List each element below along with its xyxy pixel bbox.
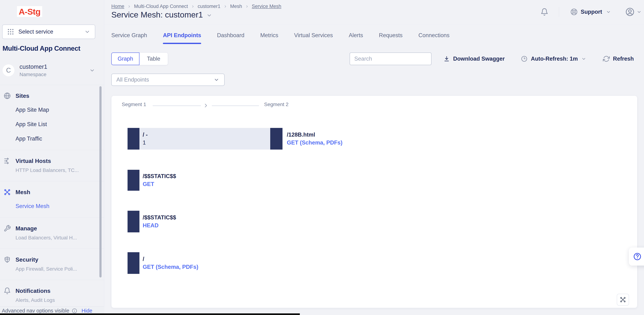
endpoint-node[interactable] — [128, 252, 140, 274]
clock-icon — [521, 56, 528, 62]
sidebar-item-security[interactable]: Security — [0, 254, 104, 263]
sidebar-item-app-site-list[interactable]: App Site List — [16, 121, 104, 128]
support-menu[interactable]: Support — [570, 8, 611, 16]
graph-view-button[interactable]: Graph — [111, 52, 140, 65]
endpoint-method-link[interactable]: GET (Schema, PDFs) — [143, 264, 198, 270]
sidebar-item-mesh[interactable]: Mesh — [0, 187, 104, 196]
endpoint-row: / - 1 /128B.html GET (Schema, PDFs) — [112, 128, 638, 150]
target-node[interactable] — [270, 128, 282, 150]
graph-layout-button[interactable] — [617, 294, 629, 306]
tab-metrics[interactable]: Metrics — [260, 32, 278, 44]
auto-refresh-dropdown[interactable]: Auto-Refresh: 1m — [521, 52, 586, 65]
sidebar-item-sites[interactable]: Sites — [0, 91, 104, 100]
sidebar-nav: Sites App Site Map App Site List App Tra… — [0, 85, 104, 311]
tab-dashboard[interactable]: Dashboard — [217, 32, 244, 44]
sidebar-section-label: Notifications — [16, 288, 50, 294]
user-avatar-icon — [625, 7, 634, 16]
search-box — [350, 52, 432, 65]
sidebar-section-label: Manage — [16, 225, 37, 232]
chevron-down-icon — [206, 12, 212, 18]
segment-2-label: Segment 2 — [264, 102, 288, 107]
sidebar-section-label: Virtual Hosts — [16, 158, 51, 164]
refresh-icon — [603, 56, 610, 62]
breadcrumb-multi-cloud-app-connect[interactable]: Multi-Cloud App Connect — [134, 4, 188, 9]
breadcrumb: Home Multi-Cloud App Connect customer1 M… — [111, 4, 281, 9]
select-service-label: Select service — [18, 28, 53, 35]
endpoint-label: /128B.html GET (Schema, PDFs) — [287, 128, 342, 150]
breadcrumb-customer1[interactable]: customer1 — [198, 4, 220, 9]
flow-label: / - 1 — [143, 128, 148, 150]
tab-alerts[interactable]: Alerts — [349, 32, 363, 44]
page-title: Service Mesh: customer1 — [111, 10, 203, 20]
sidebar-scrollbar[interactable] — [100, 86, 102, 278]
chevron-right-icon — [202, 102, 209, 109]
wrench-icon — [4, 225, 11, 232]
tab-api-endpoints[interactable]: API Endpoints — [163, 32, 201, 44]
load-balancer-icon — [4, 157, 11, 164]
toolbar: Graph Table Download Swagger Auto-Refres… — [111, 52, 637, 65]
hide-nav-options-link[interactable]: Hide — [82, 308, 92, 314]
chevron-down-icon — [89, 67, 95, 74]
chevron-right-icon — [223, 4, 227, 8]
endpoint-method-link[interactable]: GET — [143, 181, 176, 188]
tab-connections[interactable]: Connections — [418, 32, 450, 44]
tab-service-graph[interactable]: Service Graph — [111, 32, 147, 44]
select-service-dropdown[interactable]: Select service — [2, 24, 95, 39]
breadcrumb-mesh[interactable]: Mesh — [230, 4, 242, 9]
download-icon — [444, 56, 450, 62]
sidebar-item-app-site-map[interactable]: App Site Map — [16, 106, 104, 113]
help-widget[interactable] — [629, 248, 644, 266]
sidebar-section-security: Security App Firewall, Service Poli... — [0, 248, 104, 280]
namespace-name: customer1 — [20, 63, 47, 70]
segment-connector-line — [152, 105, 201, 106]
search-input[interactable] — [350, 53, 431, 65]
sidebar-section-manage: Manage Load Balancers, Virtual H... — [0, 218, 104, 248]
tab-requests[interactable]: Requests — [379, 32, 403, 44]
refresh-button[interactable]: Refresh — [603, 52, 634, 65]
auto-refresh-label: Auto-Refresh: 1m — [531, 56, 578, 62]
chevron-right-icon — [191, 4, 195, 8]
globe-icon — [4, 92, 11, 100]
brand-logo[interactable]: A-Stg — [17, 6, 42, 17]
info-icon — [72, 308, 77, 314]
breadcrumb-home[interactable]: Home — [111, 4, 124, 9]
endpoint-method-link[interactable]: GET (Schema, PDFs) — [287, 140, 342, 146]
endpoint-filter-dropdown[interactable]: All Endpoints — [111, 74, 224, 86]
sidebar-item-app-traffic[interactable]: App Traffic — [16, 136, 104, 142]
endpoint-method-link[interactable]: HEAD — [143, 222, 176, 229]
namespace-switcher[interactable]: C customer1 Namespace — [2, 62, 100, 79]
endpoint-path: /$$STATIC$$ — [143, 173, 176, 180]
chevron-down-icon — [636, 9, 642, 14]
endpoint-label: /$$STATIC$$ HEAD — [143, 211, 176, 232]
table-view-button[interactable]: Table — [140, 52, 168, 65]
sidebar-item-notifications[interactable]: Notifications — [0, 286, 104, 294]
page-title-row[interactable]: Service Mesh: customer1 — [111, 10, 212, 20]
advanced-nav-status: Advanced nav options visible — [2, 308, 69, 314]
main-content: Home Multi-Cloud App Connect customer1 M… — [104, 0, 644, 315]
account-menu[interactable] — [625, 7, 642, 16]
sidebar-section-subtitle: HTTP Load Balancers, TC... — [16, 168, 104, 173]
sidebar-section-label: Sites — [16, 92, 29, 99]
sidebar-section-mesh: Mesh Service Mesh — [0, 181, 104, 218]
bell-icon[interactable] — [540, 8, 548, 16]
endpoint-node[interactable] — [128, 170, 140, 191]
breadcrumb-service-mesh[interactable]: Service Mesh — [252, 4, 282, 9]
sidebar-item-virtual-hosts[interactable]: Virtual Hosts — [0, 156, 104, 164]
endpoint-row: / GET (Schema, PDFs) — [112, 252, 638, 274]
endpoint-path: /128B.html — [287, 132, 342, 138]
page-tabs: Service Graph API Endpoints Dashboard Me… — [111, 32, 450, 44]
download-swagger-button[interactable]: Download Swagger — [444, 52, 505, 65]
sidebar-section-subtitle: Alerts, Audit Logs — [16, 297, 104, 303]
tab-virtual-services[interactable]: Virtual Services — [294, 32, 333, 44]
flow-band[interactable] — [140, 128, 270, 150]
endpoint-filter-value: All Endpoints — [116, 76, 149, 83]
bottom-edge-strip — [0, 314, 300, 315]
chevron-right-icon — [245, 4, 249, 8]
brand-logo-text: A-Stg — [19, 7, 40, 16]
endpoint-node[interactable] — [128, 211, 140, 232]
sidebar-section-subtitle: App Firewall, Service Poli... — [16, 266, 104, 272]
source-node[interactable] — [128, 128, 140, 150]
sidebar-item-manage[interactable]: Manage — [0, 223, 104, 232]
endpoint-label: /$$STATIC$$ GET — [143, 170, 176, 191]
sidebar-item-service-mesh[interactable]: Service Mesh — [16, 203, 104, 210]
